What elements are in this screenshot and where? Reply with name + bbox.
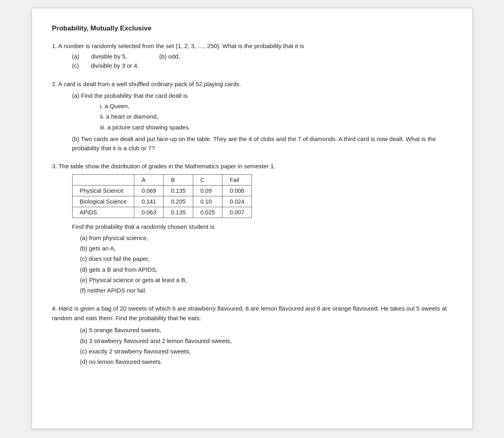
page-container: Probability, Mutually Exclusive 1. A num… xyxy=(32,8,473,429)
q1-ab: (a) divisible by 5, (b) odd, xyxy=(72,53,452,60)
q4-intro: 4. Hariz is given a bag of 20 sweets of … xyxy=(52,304,452,323)
q3-item-c: (c) does not fail the paper, xyxy=(80,254,452,263)
row1-fail: 0.006 xyxy=(223,185,252,196)
q2-a-intro: (a) Find the probability that the card d… xyxy=(72,91,452,100)
q3-table-section: A B C Fail Physical Science 0.069 0.135 … xyxy=(52,174,452,218)
row3-c: 0.025 xyxy=(193,207,222,218)
q2-ii: ii. a heart or diamond, xyxy=(100,112,452,121)
row1-b: 0.135 xyxy=(164,185,193,196)
th-b: B xyxy=(164,174,193,185)
q1-a-label: (a) xyxy=(72,53,79,60)
q3-item-b: (b) gets an A, xyxy=(80,244,452,253)
row1-c: 0.09 xyxy=(193,185,222,196)
q1-c: (c) divisible by 3 or 4. xyxy=(72,61,452,70)
question-2: 2. A card is dealt from a well shuffled … xyxy=(52,79,452,153)
row3-fail: 0.007 xyxy=(223,207,252,218)
th-c: C xyxy=(193,174,222,185)
question-3: 3. The table show the distribution of gr… xyxy=(52,161,452,295)
row2-c: 0.10 xyxy=(193,196,222,207)
table-row: Biological Science 0.141 0.205 0.10 0.02… xyxy=(72,196,252,207)
th-fail: Fail xyxy=(223,174,252,185)
q1-c-text: divisible by 3 or 4. xyxy=(91,62,139,69)
th-empty xyxy=(72,174,134,185)
q3-table: A B C Fail Physical Science 0.069 0.135 … xyxy=(72,174,252,218)
q3-item-f: (f) neither APIDS nor fail. xyxy=(80,286,452,295)
q2-parts: (a) Find the probability that the card d… xyxy=(72,91,452,153)
q1-a-text: divisible by 5, xyxy=(91,53,127,60)
q2-i: i. a Queen, xyxy=(100,101,452,111)
th-a: A xyxy=(134,174,164,185)
q2-intro: 2. A card is dealt from a well shuffled … xyxy=(52,79,452,89)
row3-b: 0.135 xyxy=(164,207,193,218)
table-header-row: A B C Fail xyxy=(72,174,252,185)
q3-find-items: (a) from physical science, (b) gets an A… xyxy=(80,233,452,295)
q3-find-text: Find the probability that a randomly cho… xyxy=(72,222,452,231)
row1-label: Physical Science xyxy=(72,185,134,196)
q1-b-label: (b) odd, xyxy=(159,53,180,60)
q4-item-b: (b) 3 strawberry flavoured and 2 lemon f… xyxy=(80,336,452,345)
q3-item-d: (d) gets a B and from APIDS, xyxy=(80,265,452,274)
q1-intro: 1. A number is randomly selected from th… xyxy=(52,41,452,50)
q4-item-a: (a) 5 orange flavoured sweets, xyxy=(80,325,452,335)
q3-intro: 3. The table show the distribution of gr… xyxy=(52,161,452,171)
row1-a: 0.069 xyxy=(134,185,164,196)
table-row: Physical Science 0.069 0.135 0.09 0.006 xyxy=(72,185,252,196)
row2-b: 0.205 xyxy=(164,196,193,207)
page-title: Probability, Mutually Exclusive xyxy=(52,24,452,32)
row2-a: 0.141 xyxy=(134,196,164,207)
q4-item-d: (d) no lemon flavoured sweets. xyxy=(80,357,452,366)
row2-fail: 0.024 xyxy=(223,196,252,207)
q1-b: (b) odd, xyxy=(159,53,180,60)
q2-b: (b) Two cards are dealt and put face-up … xyxy=(72,134,452,153)
question-4: 4. Hariz is given a bag of 20 sweets of … xyxy=(52,304,452,366)
q4-items: (a) 5 orange flavoured sweets, (b) 3 str… xyxy=(80,325,452,366)
q1-c-label: (c) xyxy=(72,62,79,69)
row3-label: APIDS xyxy=(72,207,134,218)
q3-item-e: (e) Physical science or gets at least a … xyxy=(80,275,452,285)
q3-item-a: (a) from physical science, xyxy=(80,233,452,242)
q4-item-c: (c) exactly 2 strawberry flavoured sweet… xyxy=(80,347,452,356)
q1-a: (a) divisible by 5, xyxy=(72,53,128,60)
row3-a: 0.063 xyxy=(134,207,164,218)
q2-iii: iii. a picture card showing spades. xyxy=(100,123,452,132)
q1-parts: (a) divisible by 5, (b) odd, (c) divisib… xyxy=(72,53,452,70)
row2-label: Biological Science xyxy=(72,196,134,207)
question-1: 1. A number is randomly selected from th… xyxy=(52,41,452,71)
table-row: APIDS 0.063 0.135 0.025 0.007 xyxy=(72,207,252,218)
